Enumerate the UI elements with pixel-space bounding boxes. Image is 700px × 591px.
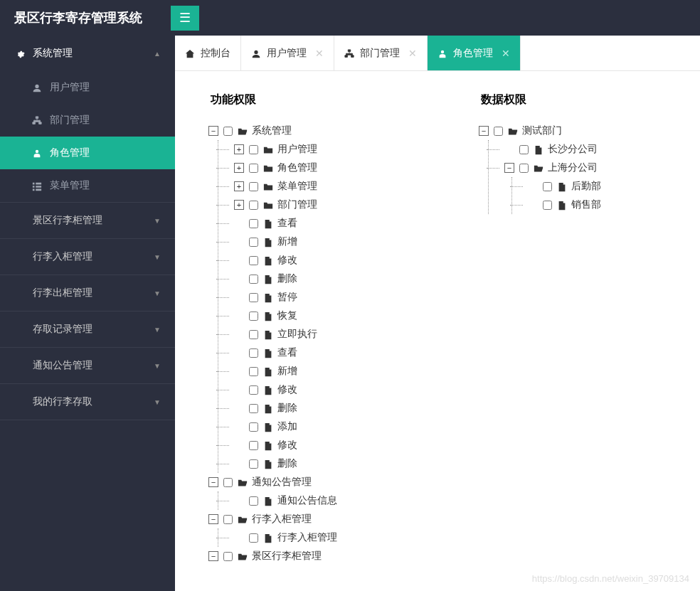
close-icon[interactable]: ✕ [315,48,324,59]
tree-checkbox[interactable] [249,238,258,247]
tree-node-row[interactable]: 删除 [227,454,431,473]
tree-checkbox[interactable] [249,496,258,506]
tree-node-row[interactable]: 暂停 [227,288,431,307]
tree-node-label: 上海分公司 [548,161,598,174]
tree-checkbox[interactable] [223,127,233,136]
tree-node-label: 删除 [277,402,297,415]
tree-node-row[interactable]: −系统管理 [203,122,431,140]
menu-item[interactable]: 菜单管理 [0,169,175,202]
tree-node-row[interactable]: 添加 [227,417,431,436]
menu-item[interactable]: 角色管理 [0,137,175,169]
tree-checkbox[interactable] [519,145,529,154]
tree-checkbox[interactable] [249,441,258,450]
tree-toggle-icon[interactable]: − [504,163,514,173]
tree-node-row[interactable]: 立即执行 [227,325,431,344]
tree-node-row[interactable]: 行李入柜管理 [227,528,431,547]
tree-checkbox[interactable] [249,385,258,395]
tree-node-label: 修改 [277,383,297,396]
tree-checkbox[interactable] [519,164,529,173]
tree-node-row[interactable]: −测试部门 [474,122,659,140]
tree-node-row[interactable]: −上海分公司 [497,159,659,177]
tab[interactable]: 用户管理✕ [241,36,334,70]
tree-toggle-icon[interactable]: + [234,144,244,154]
tree-node-row[interactable]: 新增 [227,362,431,380]
tree-checkbox[interactable] [223,478,233,487]
close-icon[interactable]: ✕ [502,48,510,59]
tree-node-row[interactable]: 修改 [227,380,431,399]
tab[interactable]: 角色管理✕ [428,36,521,70]
tab-label: 部门管理 [360,47,400,60]
tree-checkbox[interactable] [249,293,258,302]
tree-checkbox[interactable] [543,182,552,191]
tree-node-row[interactable]: −景区行李柜管理 [203,547,431,565]
tree-node-row[interactable]: 查看 [227,214,431,233]
tree-node-row[interactable]: 新增 [227,233,431,251]
tree-checkbox[interactable] [249,330,258,339]
tree-node-row[interactable]: +部门管理 [227,196,431,214]
chevron-down-icon: ▼ [154,217,161,225]
menu-group-header[interactable]: 行李入柜管理▼ [0,239,175,275]
tab[interactable]: 部门管理✕ [334,36,428,70]
tree-checkbox[interactable] [249,533,258,543]
user-icon [251,47,261,58]
tree-node-row[interactable]: 删除 [227,399,431,417]
tree-toggle-icon[interactable]: − [208,126,218,136]
tree-checkbox[interactable] [249,422,258,432]
tree-toggle-icon[interactable]: + [234,181,244,191]
tree-node-row[interactable]: −行李入柜管理 [203,510,431,528]
tree-node-row[interactable]: 修改 [227,436,431,454]
tree-node-row[interactable]: 后勤部 [521,177,659,196]
menu-group-header[interactable]: 我的行李存取▼ [0,384,175,420]
tree-checkbox[interactable] [249,182,258,191]
tree-toggle-icon[interactable]: − [208,477,218,487]
menu-group-label: 行李入柜管理 [33,250,92,263]
tree-node-row[interactable]: +用户管理 [227,140,431,159]
tree-checkbox[interactable] [249,201,258,210]
tree-checkbox[interactable] [223,552,233,561]
tree-checkbox[interactable] [249,404,258,413]
menu-group-header[interactable]: 通知公告管理▼ [0,348,175,383]
tree-node-row[interactable]: 恢复 [227,307,431,325]
tree-checkbox[interactable] [494,127,503,136]
tree-toggle-icon[interactable]: + [234,200,244,210]
tree-checkbox[interactable] [543,201,552,210]
tree-node-row[interactable]: 通知公告信息 [227,491,431,510]
tree-toggle-icon[interactable]: − [208,551,218,561]
tree-checkbox[interactable] [249,219,258,228]
menu-item[interactable]: 用户管理 [0,71,175,104]
tree-node-row[interactable]: −通知公告管理 [203,473,431,491]
tree-checkbox[interactable] [249,164,258,173]
tree-checkbox[interactable] [249,312,258,321]
menu-group-header[interactable]: 景区行李柜管理▼ [0,203,175,238]
tree-node-label: 删除 [277,457,297,470]
tree-node-row[interactable]: 销售部 [521,196,659,214]
tab-bar: 控制台用户管理✕部门管理✕角色管理✕ [175,36,700,71]
tree-checkbox[interactable] [223,515,233,524]
tree-checkbox[interactable] [249,256,258,265]
tree-checkbox[interactable] [249,275,258,284]
toggle-sidebar-button[interactable]: ☰ [171,6,199,31]
person-icon [31,147,43,159]
tree-node-row[interactable]: +菜单管理 [227,177,431,196]
folder-icon [263,181,275,192]
tree-checkbox[interactable] [249,145,258,154]
tab[interactable]: 控制台 [175,36,241,70]
menu-group-header[interactable]: 系统管理▲ [0,36,175,71]
tree-node-row[interactable]: 长沙分公司 [497,140,659,159]
tree-checkbox[interactable] [249,348,258,358]
tree-toggle-icon[interactable]: − [479,126,489,136]
tree-node-row[interactable]: 查看 [227,344,431,362]
tree-toggle-icon[interactable]: − [208,514,218,524]
menu-group-header[interactable]: 存取记录管理▼ [0,312,175,347]
menu-item[interactable]: 部门管理 [0,104,175,137]
tree-checkbox[interactable] [249,459,258,469]
tree-node-row[interactable]: +角色管理 [227,159,431,177]
tree-checkbox[interactable] [249,367,258,376]
folder-open-icon [534,162,545,174]
menu-group-header[interactable]: 行李出柜管理▼ [0,275,175,311]
tree-node-row[interactable]: 删除 [227,270,431,288]
file-icon [263,421,275,432]
tree-toggle-icon[interactable]: + [234,163,244,173]
tree-node-row[interactable]: 修改 [227,251,431,270]
close-icon[interactable]: ✕ [408,48,417,59]
